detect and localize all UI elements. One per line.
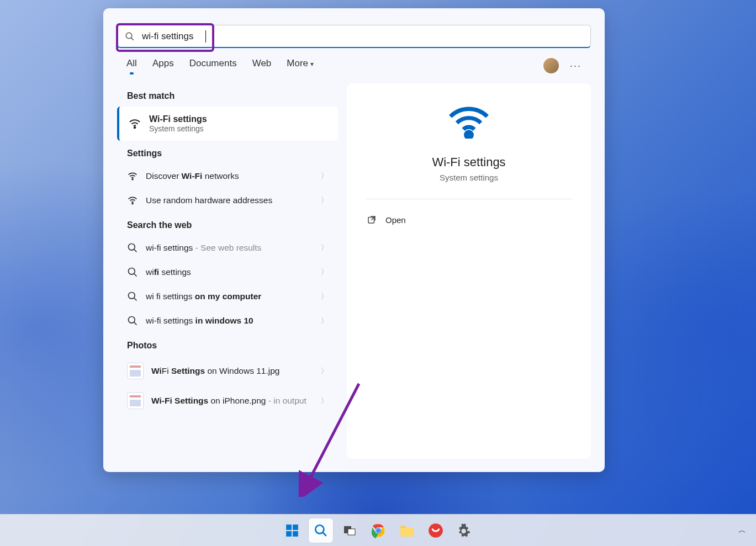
tab-all[interactable]: All xyxy=(126,58,137,73)
svg-point-9 xyxy=(129,293,135,299)
chevron-right-icon: 〉 xyxy=(321,291,328,301)
text-bold: Wi xyxy=(151,366,162,375)
preview-title: Wi-Fi settings xyxy=(360,155,578,169)
text-suffix: - See web results xyxy=(193,243,261,252)
best-match-wifi-settings[interactable]: Wi-Fi settings System settings xyxy=(117,107,338,141)
tab-apps[interactable]: Apps xyxy=(152,58,174,73)
search-icon xyxy=(125,31,135,41)
app-icon xyxy=(428,523,443,538)
tab-documents[interactable]: Documents xyxy=(189,58,237,73)
text: Discover xyxy=(146,171,182,181)
section-search-web: Search the web xyxy=(117,213,338,236)
filter-tabs: All Apps Documents Web More▾ ··· xyxy=(103,48,605,73)
start-button[interactable] xyxy=(280,518,304,543)
user-avatar[interactable] xyxy=(543,58,559,73)
preview-panel: Wi-Fi settings System settings Open xyxy=(347,83,591,459)
task-view-icon xyxy=(343,524,356,537)
preview-subtitle: System settings xyxy=(360,173,578,182)
search-input[interactable] xyxy=(117,25,591,48)
svg-line-8 xyxy=(134,274,137,277)
settings-button[interactable] xyxy=(452,518,477,543)
chevron-right-icon: 〉 xyxy=(321,243,328,253)
photo-item-win11[interactable]: WiFi Settings on Windows 11.jpg 〉 xyxy=(117,356,338,386)
best-match-subtitle: System settings xyxy=(149,124,207,133)
photo-item-iphone[interactable]: Wi-Fi Settings on iPhone.png - in output… xyxy=(117,386,338,416)
chrome-icon xyxy=(371,523,386,538)
text-suffix: - in output xyxy=(266,396,306,405)
system-tray: ︿ xyxy=(738,526,746,536)
text: Fi xyxy=(162,366,171,375)
settings-item-discover-wifi[interactable]: Discover Wi-Fi networks 〉 xyxy=(117,164,338,188)
web-item-wifi-settings[interactable]: wi-fi settings - See web results 〉 xyxy=(117,236,338,260)
taskbar: ︿ xyxy=(0,514,756,546)
open-button[interactable]: Open xyxy=(360,210,578,229)
gear-icon xyxy=(457,523,472,538)
svg-point-11 xyxy=(129,317,135,324)
section-settings: Settings xyxy=(117,141,338,164)
web-item-windows-10[interactable]: wi-fi settings in windows 10 〉 xyxy=(117,309,338,333)
svg-point-27 xyxy=(376,528,380,532)
search-icon xyxy=(314,523,328,538)
best-match-title: Wi-Fi settings xyxy=(149,114,207,124)
more-options-button[interactable]: ··· xyxy=(570,60,581,72)
text: settings xyxy=(159,267,191,277)
windows-logo-icon xyxy=(285,523,299,538)
chrome-button[interactable] xyxy=(366,518,390,543)
pinned-app-button[interactable] xyxy=(424,518,448,543)
text: wi xyxy=(146,267,154,277)
open-icon xyxy=(367,215,377,225)
wifi-icon xyxy=(128,117,141,130)
svg-point-5 xyxy=(129,244,135,251)
text-cursor xyxy=(205,30,206,43)
search-taskbar-button[interactable] xyxy=(309,518,333,543)
svg-rect-18 xyxy=(286,531,292,537)
text-bold: on my computer xyxy=(195,291,262,301)
task-view-button[interactable] xyxy=(337,518,362,543)
svg-line-10 xyxy=(134,298,137,301)
svg-rect-16 xyxy=(286,524,292,530)
tab-more[interactable]: More▾ xyxy=(287,58,314,73)
file-explorer-button[interactable] xyxy=(395,518,419,543)
tab-web[interactable]: Web xyxy=(252,58,272,73)
settings-item-random-hw[interactable]: Use random hardware addresses 〉 xyxy=(117,188,338,213)
search-icon xyxy=(127,267,138,278)
search-icon xyxy=(127,315,138,326)
text: on iPhone.png xyxy=(208,396,266,405)
text: wi fi settings xyxy=(146,291,195,301)
tray-overflow-button[interactable]: ︿ xyxy=(738,526,746,536)
text: wi-fi settings xyxy=(146,316,195,325)
text-bold: Wi-Fi xyxy=(182,171,203,181)
svg-point-13 xyxy=(466,132,472,138)
image-thumbnail xyxy=(127,393,144,409)
results-column: Best match Wi-Fi settings System setting… xyxy=(117,83,338,459)
image-thumbnail xyxy=(127,363,144,379)
chevron-right-icon: 〉 xyxy=(321,267,328,277)
svg-rect-19 xyxy=(293,531,298,537)
search-panel: All Apps Documents Web More▾ ··· Best ma… xyxy=(103,8,605,472)
svg-point-7 xyxy=(129,268,135,275)
text: networks xyxy=(202,171,239,181)
svg-rect-23 xyxy=(348,529,355,535)
section-photos: Photos xyxy=(117,333,338,356)
text-bold: fi xyxy=(154,267,159,277)
svg-line-1 xyxy=(131,38,134,40)
tab-more-label: More xyxy=(287,58,308,68)
svg-point-3 xyxy=(132,179,133,180)
svg-point-2 xyxy=(134,127,136,129)
search-icon xyxy=(127,242,138,253)
chevron-right-icon: 〉 xyxy=(321,366,328,376)
web-item-wifi-settings-2[interactable]: wifi settings 〉 xyxy=(117,260,338,284)
text: on Windows 11.jpg xyxy=(205,366,279,375)
chevron-right-icon: 〉 xyxy=(321,171,328,181)
wifi-icon xyxy=(127,171,138,182)
web-item-on-my-computer[interactable]: wi fi settings on my computer 〉 xyxy=(117,284,338,309)
svg-line-21 xyxy=(323,532,326,536)
folder-icon xyxy=(399,523,415,538)
chevron-right-icon: 〉 xyxy=(321,316,328,326)
search-bar-container xyxy=(117,25,591,48)
text-bold: Wi-Fi Settings xyxy=(151,396,208,405)
svg-point-4 xyxy=(132,203,133,204)
text: wi-fi settings xyxy=(146,243,193,252)
chevron-right-icon: 〉 xyxy=(321,396,328,406)
svg-rect-17 xyxy=(293,524,298,530)
